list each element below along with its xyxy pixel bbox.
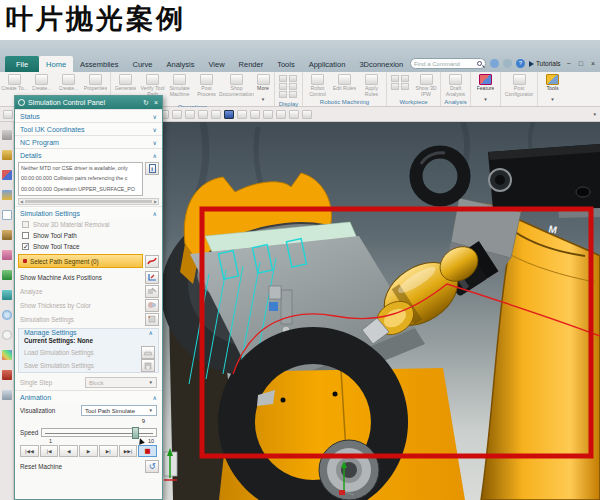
simulate-machine-button[interactable]: Simulate Machine bbox=[166, 73, 193, 98]
orbit-icon[interactable] bbox=[185, 110, 195, 119]
robot-control-button[interactable]: Robot Control bbox=[304, 73, 331, 98]
shaded-icon[interactable] bbox=[250, 110, 260, 119]
play-forward-button[interactable]: ▶ bbox=[79, 445, 98, 457]
background-icon[interactable] bbox=[302, 110, 312, 119]
tab-assemblies[interactable]: Assemblies bbox=[73, 56, 125, 72]
section-nc-program[interactable]: NC Program∨ bbox=[15, 135, 162, 148]
thickness-by-color-button[interactable] bbox=[145, 299, 159, 312]
reset-machine-button[interactable]: ↺ bbox=[145, 460, 159, 473]
scroll-left-icon[interactable]: ◀ bbox=[20, 199, 23, 204]
zoom-icon[interactable] bbox=[198, 110, 208, 119]
help-icon[interactable]: ? bbox=[516, 59, 525, 68]
section-details[interactable]: Details∧ bbox=[15, 148, 162, 161]
section-tool-ijk[interactable]: Tool IJK Coordinates∨ bbox=[15, 122, 162, 135]
left-toolbar-icon-1[interactable] bbox=[2, 130, 12, 140]
left-toolbar-icon-10[interactable] bbox=[2, 310, 12, 320]
analyze-button[interactable] bbox=[145, 285, 159, 298]
show-3d-ipw-button[interactable]: Show 3D IPW bbox=[413, 73, 439, 98]
workpiece-icon-3[interactable] bbox=[391, 83, 399, 90]
display-icon-5[interactable] bbox=[279, 91, 287, 98]
edit-rules-button[interactable]: Edit Rules bbox=[331, 73, 358, 98]
left-toolbar-icon-2[interactable] bbox=[2, 150, 12, 160]
speed-slider[interactable] bbox=[41, 428, 157, 437]
window-icon[interactable] bbox=[276, 110, 286, 119]
details-info-button[interactable]: i bbox=[145, 162, 159, 175]
select-path-segment-row[interactable]: Select Path Segment (0) bbox=[18, 254, 143, 268]
graphics-viewport[interactable]: M bbox=[163, 122, 600, 500]
left-toolbar-icon-4[interactable] bbox=[2, 190, 12, 200]
machine-axis-positions-button[interactable] bbox=[145, 271, 159, 284]
step-forward-single-button[interactable]: ▶| bbox=[99, 445, 118, 457]
checkbox-show-tool-trace[interactable]: ✓ Show Tool Trace bbox=[15, 241, 162, 252]
rotate-icon[interactable] bbox=[263, 110, 273, 119]
section-animation[interactable]: Animation∧ bbox=[15, 390, 162, 403]
wireframe-icon[interactable] bbox=[237, 110, 247, 119]
tab-render[interactable]: Render bbox=[232, 56, 271, 72]
single-step-dropdown[interactable]: Block▼ bbox=[85, 377, 157, 388]
panel-header[interactable]: Simulation Control Panel ↻ × bbox=[15, 96, 162, 109]
tab-home[interactable]: Home bbox=[39, 56, 73, 72]
section-manage-settings[interactable]: Manage Settings∧ bbox=[19, 329, 158, 336]
tab-file[interactable]: File bbox=[5, 56, 39, 72]
menu-icon[interactable] bbox=[3, 110, 13, 119]
display-icon-6[interactable] bbox=[289, 91, 297, 98]
close-button[interactable]: × bbox=[589, 60, 597, 67]
left-toolbar-icon-9[interactable] bbox=[2, 290, 12, 300]
cloud-icon[interactable] bbox=[503, 59, 512, 68]
draft-analysis-button[interactable]: Draft Analysis bbox=[442, 73, 469, 98]
slider-handle[interactable] bbox=[132, 427, 139, 439]
section-simulation-settings[interactable]: Simulation Settings∧ bbox=[15, 206, 162, 219]
scroll-right-icon[interactable]: ▶ bbox=[154, 199, 157, 204]
more-button[interactable]: More▼ bbox=[253, 73, 273, 103]
visualization-dropdown[interactable]: Tool Path Simulate▼ bbox=[81, 405, 157, 416]
apply-rules-button[interactable]: Apply Rules bbox=[358, 73, 385, 98]
tools-button[interactable]: Tools▼ bbox=[539, 73, 566, 103]
tab-3dconnexion[interactable]: 3Dconnexion bbox=[352, 56, 410, 72]
details-log[interactable]: Neither MTD nor CSE driver is available,… bbox=[18, 162, 143, 196]
workpiece-icon-2[interactable] bbox=[401, 75, 409, 82]
chevron-down-icon[interactable]: ▼ bbox=[593, 112, 597, 117]
undock-icon[interactable]: ↻ bbox=[142, 99, 150, 107]
display-icon-3[interactable] bbox=[279, 83, 287, 90]
post-configurator-button[interactable]: Post Configurator bbox=[502, 73, 536, 98]
tab-curve[interactable]: Curve bbox=[125, 56, 159, 72]
find-command-input[interactable]: Find a Command bbox=[410, 58, 486, 69]
details-horizontal-scrollbar[interactable]: ◀ ▶ bbox=[18, 198, 159, 205]
panel-close-icon[interactable]: × bbox=[153, 99, 159, 106]
left-toolbar-icon-8[interactable] bbox=[2, 270, 12, 280]
display-icon-1[interactable] bbox=[279, 75, 287, 82]
tutorials-button[interactable]: Tutorials bbox=[529, 60, 561, 67]
stop-button[interactable]: ■ bbox=[138, 445, 157, 457]
save-settings-button[interactable] bbox=[141, 359, 155, 372]
restore-button[interactable]: □ bbox=[577, 60, 585, 67]
display-icon-2[interactable] bbox=[289, 75, 297, 82]
play-backward-button[interactable]: ◀ bbox=[59, 445, 78, 457]
left-toolbar-icon-12[interactable] bbox=[2, 350, 12, 360]
display-icon-4[interactable] bbox=[289, 83, 297, 90]
left-toolbar-icon-7[interactable] bbox=[2, 250, 12, 260]
shop-documentation-button[interactable]: Shop Documentation bbox=[220, 73, 253, 98]
render-style-icon[interactable] bbox=[289, 110, 299, 119]
step-back-single-button[interactable]: |◀ bbox=[40, 445, 59, 457]
tab-analysis[interactable]: Analysis bbox=[159, 56, 201, 72]
window-touch-icon[interactable] bbox=[490, 59, 499, 68]
left-toolbar-icon-13[interactable] bbox=[2, 370, 12, 380]
path-segment-button[interactable] bbox=[145, 255, 159, 268]
scrollbar-thumb[interactable] bbox=[25, 200, 152, 203]
minimize-button[interactable]: − bbox=[565, 60, 573, 67]
left-toolbar-icon-6[interactable] bbox=[2, 230, 12, 240]
tab-tools[interactable]: Tools bbox=[270, 56, 302, 72]
left-toolbar-icon-3[interactable] bbox=[2, 170, 12, 180]
left-toolbar-icon-5[interactable] bbox=[2, 210, 12, 220]
workpiece-icon-1[interactable] bbox=[391, 75, 399, 82]
fit-view-icon[interactable] bbox=[224, 110, 234, 119]
left-toolbar-icon-14[interactable] bbox=[2, 390, 12, 400]
snap-icon-3[interactable] bbox=[172, 110, 182, 119]
tab-view[interactable]: View bbox=[201, 56, 231, 72]
left-toolbar-icon-11[interactable] bbox=[2, 330, 12, 340]
feature-button[interactable]: Feature▼ bbox=[472, 73, 499, 103]
pan-icon[interactable] bbox=[211, 110, 221, 119]
section-status[interactable]: Status∨ bbox=[15, 109, 162, 122]
load-settings-button[interactable] bbox=[141, 346, 155, 359]
go-to-end-button[interactable]: ▶▶| bbox=[119, 445, 138, 457]
